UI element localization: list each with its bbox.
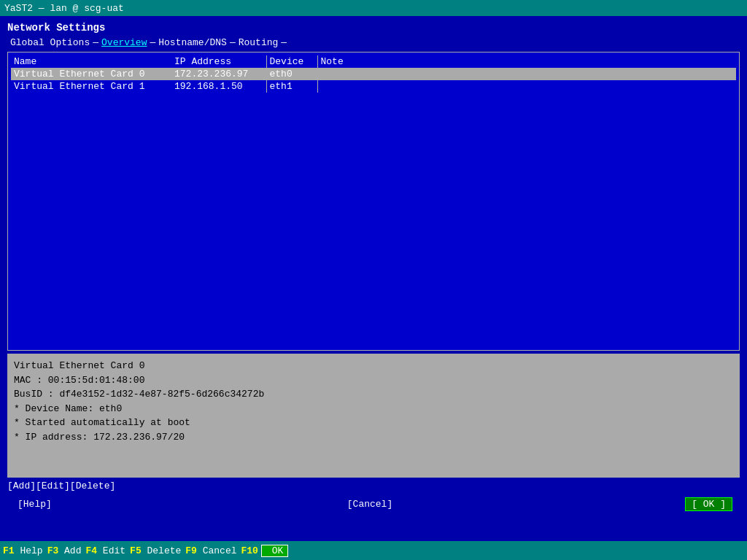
actions-bar: [Add][Edit][Delete] [7,478,740,494]
tab-sep-2: — [150,37,155,48]
table-body: Virtual Ethernet Card 0 172.23.236.97 et… [11,68,736,93]
tab-sep-1: — [93,37,98,48]
tab-sep-3: — [230,37,236,48]
title-bar: YaST2 — lan @ scg-uat [0,0,747,16]
table-row[interactable]: Virtual Ethernet Card 1 192.168.1.50 eth… [11,80,736,93]
fn1-item: F1 Help [3,545,43,556]
ok-button[interactable]: [ OK ] [685,497,732,511]
detail-item: * Device Name: eth0 [14,402,733,416]
tab-hostname-dns[interactable]: Hostname/DNS [155,36,230,49]
network-table: Name IP Address Device Note Virtual Ethe… [11,55,736,93]
detail-container: Virtual Ethernet Card 0 MAC : 00:15:5d:0… [7,354,740,478]
cell-device: eth0 [266,68,317,80]
fn1-label: Help [15,545,43,556]
cancel-button[interactable]: [Cancel] [344,498,395,510]
fn9-key[interactable]: F9 [185,545,197,556]
table-row[interactable]: Virtual Ethernet Card 0 172.23.236.97 et… [11,68,736,80]
fn3-item: F3 Add [47,545,82,556]
tab-routing[interactable]: Routing [236,36,282,49]
fn4-label: Edit [97,545,125,556]
col-header-device: Device [266,55,317,68]
cell-device: eth1 [266,80,317,93]
detail-busid: BusID : df4e3152-1d32-4e87-82f5-6d266c34… [14,387,733,402]
detail-title: Virtual Ethernet Card 0 [14,359,733,373]
fn1-key[interactable]: F1 [3,545,15,556]
fn3-label: Add [58,545,81,556]
page-title: Network Settings [7,22,740,34]
cell-ip: 192.168.1.50 [171,80,266,93]
fn10-key[interactable]: F10 [241,545,258,556]
tab-global-options[interactable]: Global Options [7,36,93,49]
fn10-item: F10 OK [241,545,289,556]
tab-bar: Global Options — Overview — Hostname/DNS… [7,36,740,49]
col-header-note: Note [317,55,736,68]
detail-item: * IP address: 172.23.236.97/20 [14,430,733,445]
cell-name: Virtual Ethernet Card 1 [11,80,171,93]
network-table-container: Name IP Address Device Note Virtual Ethe… [7,52,740,351]
fn5-key[interactable]: F5 [130,545,142,556]
detail-item: * Started automatically at boot [14,416,733,430]
cell-name: Virtual Ethernet Card 0 [11,68,171,80]
detail-items: * Device Name: eth0* Started automatical… [14,402,733,445]
fn5-item: F5 Delete [130,545,181,556]
fn4-item: F4 Edit [85,545,125,556]
edit-button[interactable]: [Edit] [36,481,70,491]
main-content: Network Settings Global Options — Overvi… [0,16,747,518]
cell-ip: 172.23.236.97 [171,68,266,80]
cell-note [317,80,736,93]
tab-sep-4: — [281,37,287,48]
delete-button[interactable]: [Delete] [70,481,115,491]
tab-overview[interactable]: Overview [98,36,150,49]
title-text: YaST2 — lan @ scg-uat [4,3,124,14]
fn9-label: Cancel [197,545,237,556]
add-button[interactable]: [Add] [7,481,36,491]
detail-mac: MAC : 00:15:5d:01:48:00 [14,373,733,388]
status-bar: [Help] [Cancel] [ OK ] [7,496,740,513]
fn4-key[interactable]: F4 [85,545,97,556]
fn3-key[interactable]: F3 [47,545,59,556]
help-button[interactable]: [Help] [15,498,55,510]
fn-bar: F1 Help F3 Add F4 Edit F5 Delete F9 Canc… [0,541,747,560]
fn9-item: F9 Cancel [185,545,236,556]
cell-note [317,68,736,80]
fn5-label: Delete [142,545,182,556]
col-header-ip: IP Address [171,55,266,68]
col-header-name: Name [11,55,171,68]
fn10-label: OK [261,545,288,557]
